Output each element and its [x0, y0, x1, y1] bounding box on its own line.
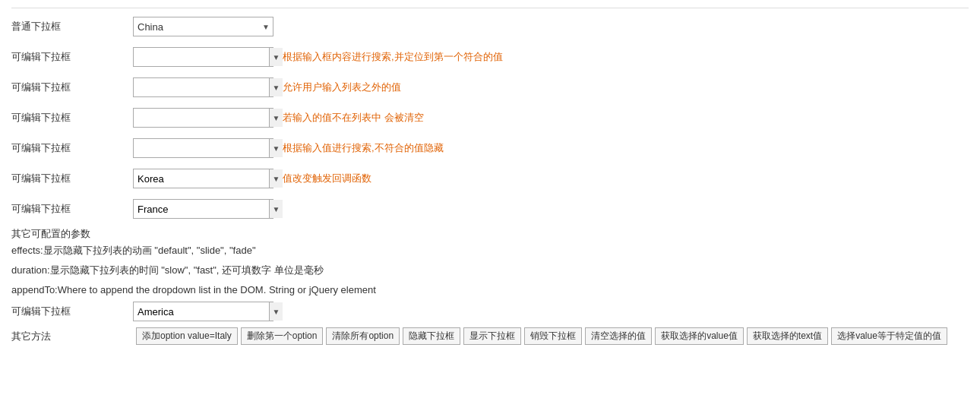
editable-row-5: 可编辑下拉框 ▼ 值改变触发回调函数 — [11, 166, 969, 191]
normal-select-input[interactable]: China America Korea France Japan — [133, 17, 273, 36]
editable-input-3[interactable] — [134, 109, 269, 127]
editable-input-1[interactable] — [134, 48, 269, 66]
bottom-editable-arrow[interactable]: ▼ — [269, 302, 283, 321]
editable-label-3: 可编辑下拉框 — [11, 111, 133, 125]
editable-label-5: 可编辑下拉框 — [11, 172, 133, 185]
bottom-editable-row: 可编辑下拉框 ▼ — [11, 302, 969, 321]
btn-destroy-dropdown[interactable]: 销毁下拉框 — [524, 327, 582, 345]
bottom-editable-combo[interactable]: ▼ — [133, 302, 273, 321]
editable-desc-2: 允许用户输入列表之外的值 — [283, 81, 401, 94]
editable-arrow-2[interactable]: ▼ — [269, 78, 283, 96]
editable-arrow-3[interactable]: ▼ — [269, 109, 283, 127]
section-title: 其它可配置的参数 — [11, 227, 969, 241]
editable-input-4[interactable] — [134, 139, 269, 157]
btn-clear-value[interactable]: 清空选择的值 — [585, 327, 652, 345]
editable-label-6: 可编辑下拉框 — [11, 202, 133, 216]
editable-combo-5[interactable]: ▼ — [133, 169, 273, 188]
normal-select-label: 普通下拉框 — [11, 20, 133, 33]
bottom-editable-input[interactable] — [134, 302, 269, 321]
editable-combo-2[interactable]: ▼ — [133, 77, 273, 97]
normal-select-wrapper[interactable]: China America Korea France Japan ▼ — [133, 17, 273, 36]
btn-get-text[interactable]: 获取选择的text值 — [747, 327, 828, 345]
editable-row-3: 可编辑下拉框 ▼ 若输入的值不在列表中 会被清空 — [11, 106, 969, 130]
btn-select-by-value[interactable]: 选择value等于特定值的值 — [831, 327, 947, 345]
editable-arrow-1[interactable]: ▼ — [269, 48, 283, 66]
editable-desc-3: 若输入的值不在列表中 会被清空 — [283, 111, 424, 125]
editable-label-4: 可编辑下拉框 — [11, 141, 133, 155]
editable-desc-1: 根据输入框内容进行搜索,并定位到第一个符合的值 — [283, 50, 503, 64]
editable-combo-3[interactable]: ▼ — [133, 108, 273, 128]
bottom-editable-label: 可编辑下拉框 — [11, 305, 133, 318]
editable-row-6: 可编辑下拉框 ▼ — [11, 197, 969, 221]
editable-input-2[interactable] — [134, 78, 269, 96]
btn-show-dropdown[interactable]: 显示下拉框 — [463, 327, 521, 345]
editable-combo-4[interactable]: ▼ — [133, 138, 273, 158]
editable-combo-6[interactable]: ▼ — [133, 199, 273, 219]
editable-desc-5: 值改变触发回调函数 — [283, 172, 371, 185]
normal-select-row: 普通下拉框 China America Korea France Japan ▼ — [11, 14, 969, 39]
editable-input-5[interactable] — [134, 169, 269, 188]
editable-arrow-4[interactable]: ▼ — [269, 139, 283, 157]
btn-add-option[interactable]: 添加option value=Italy — [136, 327, 238, 345]
editable-row-4: 可编辑下拉框 ▼ 根据输入值进行搜索,不符合的值隐藏 — [11, 136, 969, 160]
btn-clear-all[interactable]: 清除所有option — [326, 327, 400, 345]
btn-get-value[interactable]: 获取选择的value值 — [655, 327, 744, 345]
methods-row: 其它方法 添加option value=Italy 删除第一个option 清除… — [11, 327, 969, 345]
info-line-1: effects:显示隐藏下拉列表的动画 "default", "slide", … — [11, 242, 969, 259]
editable-label-2: 可编辑下拉框 — [11, 81, 133, 94]
editable-row-2: 可编辑下拉框 ▼ 允许用户输入列表之外的值 — [11, 75, 969, 100]
editable-input-6[interactable] — [134, 200, 269, 218]
btn-hide-dropdown[interactable]: 隐藏下拉框 — [403, 327, 460, 345]
editable-combo-1[interactable]: ▼ — [133, 47, 273, 67]
editable-desc-4: 根据输入值进行搜索,不符合的值隐藏 — [283, 141, 444, 155]
info-line-2: duration:显示隐藏下拉列表的时间 "slow", "fast", 还可填… — [11, 262, 969, 279]
methods-label: 其它方法 — [11, 330, 133, 343]
editable-arrow-6[interactable]: ▼ — [269, 200, 283, 218]
btn-delete-first[interactable]: 删除第一个option — [241, 327, 324, 345]
editable-label-1: 可编辑下拉框 — [11, 50, 133, 64]
info-line-3: appendTo:Where to append the dropdown li… — [11, 282, 969, 299]
editable-row-1: 可编辑下拉框 ▼ 根据输入框内容进行搜索,并定位到第一个符合的值 — [11, 45, 969, 69]
editable-arrow-5[interactable]: ▼ — [269, 169, 283, 188]
